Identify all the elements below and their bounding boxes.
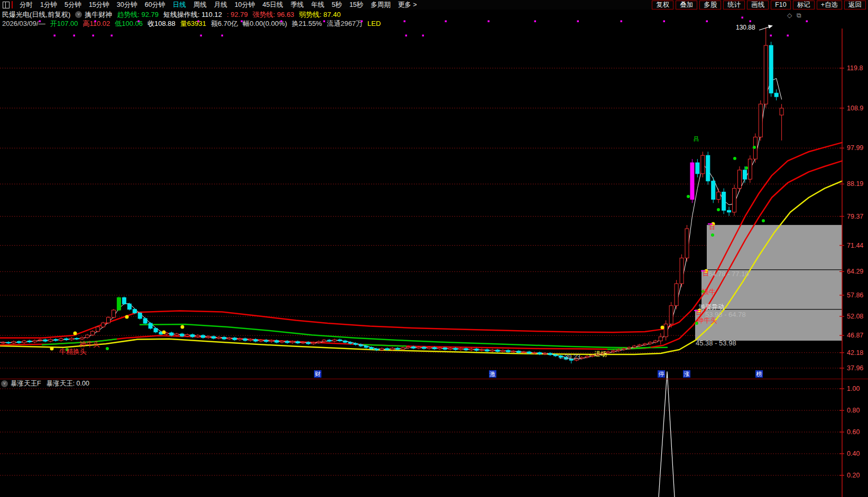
signal-dot-magenta [73, 35, 76, 37]
signal-dot-magenta [111, 35, 113, 37]
main-chart-svg[interactable]: 119.8108.997.9988.1979.3771.4464.2957.86… [0, 0, 868, 497]
candle-body [180, 334, 184, 336]
trading-terminal: 分时1分钟5分钟15分钟30分钟60分钟日线周线月线10分钟45日线季线年线5秒… [0, 0, 868, 497]
signal-dot-green [762, 219, 765, 222]
candle-body [748, 159, 752, 179]
candle-body [54, 340, 58, 341]
candle-body [238, 339, 242, 340]
candle-body [501, 350, 505, 351]
signal-dot-yellow [162, 331, 166, 334]
candle-body [612, 351, 615, 352]
candle-body [207, 336, 210, 337]
collapse-chevron-icon[interactable]: ˅ [1, 380, 8, 387]
candle-body [401, 348, 405, 350]
chart-annotation: 强牛 [702, 288, 716, 296]
candle-body [538, 353, 541, 354]
candle-body [412, 346, 415, 348]
signal-dot-magenta [806, 21, 808, 23]
candle-body [448, 348, 452, 349]
signal-dot-yellow [73, 332, 77, 335]
candle-body [685, 229, 689, 258]
signal-dot-magenta [54, 35, 56, 37]
event-badge-财[interactable]: 财 [314, 370, 321, 378]
candle-body [733, 189, 736, 212]
candle-body [375, 349, 378, 350]
candle-body [633, 346, 636, 348]
candle-body [738, 170, 742, 189]
candle-body [543, 353, 547, 354]
candle-body [459, 349, 463, 350]
candle-body [175, 334, 179, 335]
signal-dot-yellow [50, 347, 54, 351]
candle-body [443, 348, 447, 350]
candle-body [70, 338, 73, 340]
event-badge-激[interactable]: 激 [489, 370, 496, 378]
candle-body [296, 342, 300, 343]
candle-body [769, 45, 773, 93]
signal-dot-magenta [445, 21, 447, 23]
split-window-icon[interactable]: ⧉ [797, 12, 801, 19]
candle-body [322, 340, 326, 342]
candle-body [154, 329, 158, 332]
candle-body [622, 349, 626, 350]
chart-annotation: 游资异动 [699, 303, 724, 311]
candle-body [254, 340, 257, 341]
candle-body [112, 310, 115, 317]
signal-dot-magenta [324, 21, 326, 23]
candle-body [438, 348, 441, 349]
candle-body [291, 342, 294, 343]
candle-body [617, 350, 621, 351]
candle-body [317, 342, 321, 343]
event-badge-榜[interactable]: 榜 [755, 370, 763, 378]
candle-body [91, 331, 95, 335]
candle-body [469, 349, 473, 350]
candle-body [380, 349, 384, 350]
candle-body [243, 339, 247, 340]
candle-body [307, 342, 310, 344]
signal-dot-magenta [281, 21, 283, 23]
signal-dot-magenta [39, 21, 41, 23]
candle-body [780, 108, 783, 115]
candles [2, 27, 784, 363]
chart-annotation: 日 [709, 223, 715, 231]
candle-body [643, 344, 647, 345]
candle-body [149, 323, 152, 329]
candle-body [138, 313, 142, 318]
chart-annotation: 64.78 - 77.10 [708, 270, 749, 278]
price-axis-label: 64.29 [847, 268, 863, 275]
candle-body [675, 284, 678, 306]
diamond-icon[interactable]: ◇ [787, 12, 792, 19]
candle-body [396, 348, 400, 349]
chart-annotation: 神牛头 [696, 316, 717, 324]
candle-body [201, 335, 205, 337]
candle-body [196, 335, 200, 337]
signal-dot-magenta [750, 21, 752, 23]
candle-body [774, 93, 778, 97]
signal-dot-yellow [181, 325, 184, 329]
panel-separator[interactable] [0, 379, 868, 379]
signal-dot-green [711, 233, 714, 237]
candle-body [343, 341, 347, 342]
signal-dot-magenta [742, 17, 744, 19]
candle-body [690, 163, 694, 199]
signal-dot-magenta [221, 35, 224, 37]
candle-body [553, 355, 557, 356]
candle-body [64, 339, 68, 340]
event-badge-停[interactable]: 停 [658, 370, 665, 378]
price-axis-label: 79.37 [847, 213, 863, 220]
panel-axis-label: 0.40 [847, 450, 860, 457]
event-badge-涨[interactable]: 涨 [683, 370, 690, 378]
candle-body [517, 351, 521, 353]
candle-body [22, 341, 26, 342]
candle-body [727, 210, 731, 212]
chart-annotation: ←进场 [588, 350, 607, 358]
price-axis-label: 119.8 [847, 64, 863, 72]
candle-body [480, 350, 484, 350]
candle-body [312, 343, 316, 344]
trend-line-green-segment [364, 345, 406, 346]
candle-body [532, 353, 536, 353]
candle-body [275, 341, 279, 342]
candle-body [627, 348, 631, 349]
chart-annotation: 牛精换头 [59, 348, 87, 355]
price-axis-label: 37.96 [847, 364, 863, 372]
